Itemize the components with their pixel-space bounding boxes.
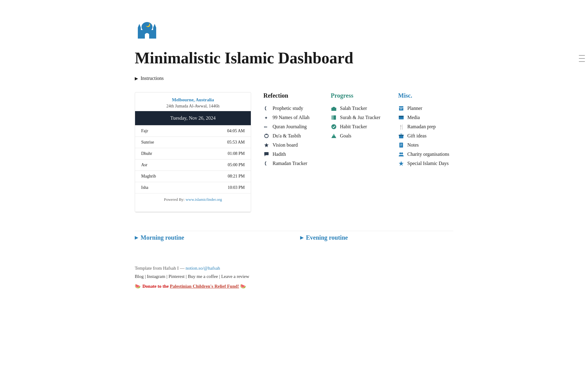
prayer-divider <box>135 212 251 212</box>
reflection-item[interactable]: ✦99 Names of Allah <box>263 114 318 121</box>
footer: Template from Hafsah I — notion.so/@hafs… <box>135 260 453 289</box>
prayer-name: Dhuhr <box>135 148 190 159</box>
prayer-time: 04:05 AM <box>190 125 251 137</box>
misc-item-label: Special Islamic Days <box>407 161 449 166</box>
svg-text:✏: ✏ <box>264 125 268 129</box>
prayer-time: 01:08 PM <box>190 148 251 159</box>
footer-link-separator: | <box>165 274 169 279</box>
powered-by-link[interactable]: www.islamicfinder.org <box>186 197 222 202</box>
prayer-time: 10:03 PM <box>190 182 251 193</box>
misc-item[interactable]: Media <box>398 114 453 121</box>
svg-point-18 <box>331 124 336 129</box>
prayer-time: 08:21 PM <box>190 171 251 182</box>
misc-item[interactable]: Special Islamic Days <box>398 160 453 167</box>
footer-template-link[interactable]: notion.so/@hafsah <box>186 266 220 271</box>
evening-routine-triangle: ▶ <box>300 235 303 240</box>
prayer-time-row: Isha10:03 PM <box>135 182 251 193</box>
reflection-item[interactable]: Vision board <box>263 142 318 148</box>
svg-rect-14 <box>331 108 332 111</box>
reflection-icon <box>263 160 270 167</box>
prayer-time-row: Sunrise05:53 AM <box>135 137 251 148</box>
reflection-item-label: Du'a & Tasbih <box>273 133 301 139</box>
svg-rect-33 <box>400 146 401 146</box>
prayer-name: Maghrib <box>135 171 190 182</box>
progress-item[interactable]: Surah & Juz Tracker <box>331 114 386 121</box>
progress-item[interactable]: Salah Tracker <box>331 105 386 111</box>
misc-icon <box>398 151 404 157</box>
prayer-location: Melbourne, Australia 24th Jumada Al-Awwa… <box>135 92 251 111</box>
svg-marker-11 <box>264 143 269 147</box>
progress-item[interactable]: Habit Tracker <box>331 124 386 130</box>
reflection-heading: Refection <box>263 92 318 99</box>
svg-rect-24 <box>400 109 402 110</box>
morning-routine[interactable]: ▶ Morning routine <box>135 234 288 241</box>
progress-item[interactable]: Goals <box>331 133 386 139</box>
svg-rect-26 <box>399 116 404 117</box>
misc-item-label: Planner <box>407 106 422 111</box>
misc-heading: Misc. <box>398 92 453 99</box>
footer-donate-line: 🍉 Donate to the Palestinian Children's R… <box>135 283 453 289</box>
footer-link-separator: | <box>185 274 188 279</box>
misc-icon <box>398 114 404 121</box>
svg-rect-32 <box>400 145 402 145</box>
reflection-icon: ✦ <box>263 114 270 121</box>
footer-link-instagram[interactable]: Instagram <box>147 274 165 279</box>
reflection-item[interactable]: Prophetic study <box>263 105 318 111</box>
footer-link-buy-me-a-coffee[interactable]: Buy me a coffee <box>188 274 218 279</box>
instructions-toggle[interactable]: ▶ Instructions <box>135 76 453 81</box>
footer-link-blog[interactable]: Blog <box>135 274 144 279</box>
scrollbar-line-1 <box>579 55 585 56</box>
instructions-triangle: ▶ <box>135 76 138 81</box>
progress-item-label: Habit Tracker <box>340 124 367 129</box>
donate-link[interactable]: Palestinian Children's Relief Fund! <box>170 284 239 289</box>
svg-rect-17 <box>333 115 333 120</box>
routine-grid: ▶ Morning routine ▶ Evening routine <box>135 231 453 241</box>
misc-item[interactable]: Charity organisations <box>398 151 453 157</box>
footer-link-pinterest[interactable]: Pinterest <box>168 274 185 279</box>
prayer-name: Sunrise <box>135 137 190 148</box>
misc-icon <box>398 105 404 111</box>
reflection-item[interactable]: Du'a & Tasbih <box>263 133 318 139</box>
page-title: Minimalistic Islamic Dashboard <box>135 49 453 67</box>
misc-icon <box>398 160 404 167</box>
progress-icon <box>331 133 337 139</box>
misc-item[interactable]: Planner <box>398 105 453 111</box>
evening-routine[interactable]: ▶ Evening routine <box>300 234 453 241</box>
svg-marker-3 <box>138 24 141 28</box>
svg-rect-2 <box>138 28 141 39</box>
misc-item[interactable]: Gift ideas <box>398 133 453 139</box>
reflection-icon <box>263 142 270 148</box>
svg-rect-4 <box>153 28 156 39</box>
prayer-time: 05:53 AM <box>190 137 251 148</box>
reflection-icon <box>263 105 270 111</box>
reflection-item[interactable]: Ramadan Tracker <box>263 160 318 167</box>
prayer-time-row: Asr05:00 PM <box>135 159 251 171</box>
reflection-item-label: Hadith <box>273 152 286 157</box>
donate-prefix-emoji: 🍉 <box>135 283 141 289</box>
svg-point-10 <box>266 134 267 135</box>
svg-rect-15 <box>335 108 336 111</box>
reflection-item[interactable]: ✏Quran Journaling <box>263 124 318 130</box>
reflection-item[interactable]: Hadith <box>263 151 318 157</box>
reflection-item-label: Vision board <box>273 142 298 148</box>
misc-list: PlannerMedia🍴Ramadan prepGift ideasNotes… <box>398 105 453 167</box>
misc-item-label: Gift ideas <box>407 133 427 139</box>
instructions-label: Instructions <box>141 76 164 81</box>
morning-routine-triangle: ▶ <box>135 235 138 240</box>
reflection-item-label: Quran Journaling <box>273 124 307 129</box>
footer-link-leave-a-review[interactable]: Leave a review <box>221 274 249 279</box>
reflection-icon <box>263 151 270 157</box>
footer-link-separator: | <box>144 274 147 279</box>
prayer-time-row: Maghrib08:21 PM <box>135 171 251 182</box>
main-grid: Melbourne, Australia 24th Jumada Al-Awwa… <box>135 92 453 212</box>
prayer-times-table: Fajr04:05 AMSunrise05:53 AMDhuhr01:08 PM… <box>135 125 251 193</box>
reflection-section: Refection Prophetic study✦99 Names of Al… <box>263 92 318 212</box>
svg-rect-31 <box>400 144 402 144</box>
svg-text:🌙: 🌙 <box>146 23 150 27</box>
prayer-name: Fajr <box>135 125 190 137</box>
misc-item[interactable]: Notes <box>398 142 453 148</box>
footer-template-text: Template from Hafsah I — <box>135 266 184 271</box>
reflection-item-label: Ramadan Tracker <box>273 161 307 166</box>
misc-item[interactable]: 🍴Ramadan prep <box>398 124 453 130</box>
misc-item-label: Ramadan prep <box>407 124 436 129</box>
